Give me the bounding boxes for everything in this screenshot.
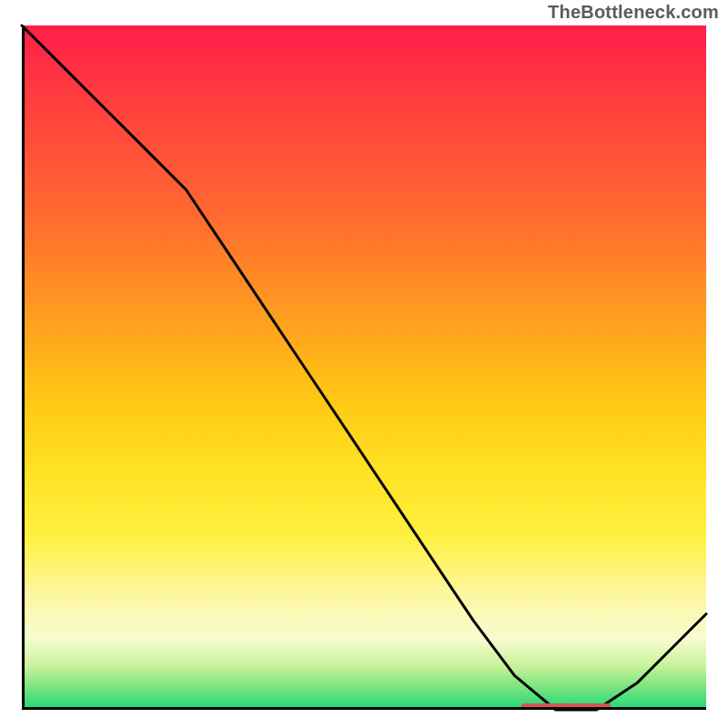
bottleneck-curve — [22, 25, 706, 710]
attribution-text: TheBottleneck.com — [548, 2, 719, 23]
y-axis — [22, 25, 25, 710]
x-axis — [22, 707, 706, 710]
chart-container: TheBottleneck.com — [0, 0, 728, 728]
plot-area — [22, 25, 706, 710]
